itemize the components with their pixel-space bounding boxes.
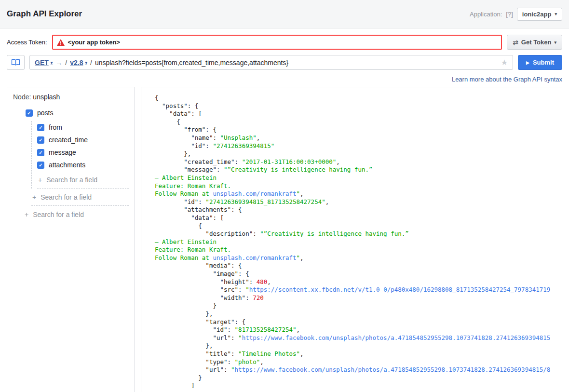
tree-item-label: created_time [49, 136, 88, 144]
submit-label: Submit [533, 59, 554, 66]
response-panel[interactable]: { "posts": { "data": [ { "from": { "name… [141, 87, 562, 392]
tree-children: ✓ from ✓ created_time ✓ message ✓ attach… [31, 121, 129, 189]
code-line: }, [155, 150, 562, 158]
tree-item-from[interactable]: ✓ from [37, 121, 129, 134]
code-line: }, [155, 342, 562, 350]
code-line: "width": 720 [155, 294, 562, 302]
search-field-placeholder: Search for a field [46, 176, 97, 184]
plus-icon: + [32, 193, 36, 201]
arrow-icon: → [55, 59, 62, 67]
book-icon [11, 59, 20, 66]
tree-item-label: posts [37, 109, 53, 117]
code-line: "type": "photo", [155, 358, 562, 366]
checkbox-created-time[interactable]: ✓ [37, 136, 44, 144]
checkbox-posts[interactable]: ✓ [26, 109, 33, 117]
code-line: Feature: Roman Kraft. [155, 182, 562, 190]
help-icon[interactable]: [?] [506, 11, 513, 18]
request-path[interactable]: unsplash?fields=posts{from,created_time,… [95, 59, 498, 67]
node-name: unsplash [33, 93, 60, 101]
request-bar: GET ▾ → / v2.8 ▾ / unsplash?fields=posts… [0, 55, 569, 70]
code-line: "data": [ [155, 214, 562, 222]
code-line: Follow Roman at unsplash.com/romankraft"… [155, 254, 562, 262]
code-line: Feature: Roman Kraft. [155, 246, 562, 254]
code-line: "image": { [155, 270, 562, 278]
chevron-down-icon: ▾ [555, 12, 557, 16]
code-line: "posts": { [155, 102, 562, 110]
node-row: Node:unsplash [13, 93, 129, 101]
play-icon: ▶ [526, 60, 529, 65]
code-line: "id": "274126369394815" [155, 142, 562, 150]
code-line: { [155, 118, 562, 126]
json-url-link[interactable]: https://www.facebook.com/unsplash/photos… [235, 366, 551, 373]
search-field-input-mid[interactable]: +Search for a field [31, 189, 129, 206]
code-line: "data": [ [155, 110, 562, 118]
tree-item-label: message [49, 149, 76, 156]
graph-api-explorer-page: Graph API Explorer Application: [?] ioni… [0, 0, 569, 392]
checkbox-message[interactable]: ✓ [37, 149, 44, 156]
app-selector-button[interactable]: ionic2app ▾ [517, 8, 562, 21]
code-line: "target": { [155, 318, 562, 326]
json-url-link[interactable]: https://www.facebook.com/unsplash/photos… [242, 334, 551, 341]
chevron-down-icon: ▾ [554, 40, 556, 45]
search-field-input-root[interactable]: +Search for a field [24, 206, 129, 223]
code-line: Follow Roman at unsplash.com/romankraft"… [155, 190, 562, 198]
code-line: "message": "“Creativity is intelligence … [155, 166, 562, 174]
checkbox-from[interactable]: ✓ [37, 124, 44, 131]
code-line: "height": 480, [155, 278, 562, 286]
response-json: { "posts": { "data": [ { "from": { "name… [155, 94, 562, 390]
warning-icon [57, 39, 65, 46]
search-field-placeholder: Search for a field [33, 211, 84, 218]
plus-icon: + [38, 176, 42, 184]
path-separator: / [65, 59, 67, 67]
code-line: "url": "https://www.facebook.com/unsplas… [155, 366, 562, 374]
method-label: GET [35, 59, 49, 67]
code-line: { [155, 94, 562, 102]
favorite-star-icon[interactable]: ★ [501, 58, 508, 67]
checkbox-attachments[interactable]: ✓ [37, 162, 44, 169]
version-dropdown[interactable]: v2.8 ▾ [70, 59, 87, 67]
submit-button[interactable]: ▶ Submit [518, 55, 562, 70]
code-line: "id": "274126369394815_817135258427254", [155, 198, 562, 206]
search-field-input-inner[interactable]: +Search for a field [37, 171, 129, 189]
chevron-down-icon: ▾ [51, 60, 53, 65]
header-right: Application: [?] ionic2app ▾ [470, 8, 562, 21]
code-line: "attachments": { [155, 206, 562, 214]
syntax-help-link[interactable]: Learn more about the Graph API syntax [452, 76, 562, 83]
code-line: "media": { [155, 262, 562, 270]
docs-button[interactable] [7, 55, 25, 70]
code-line: "id": "817135258427254", [155, 326, 562, 334]
swap-arrows-icon: ⇄ [513, 39, 518, 46]
code-line: } [155, 374, 562, 382]
json-url-link[interactable]: unsplash.com/romankraft [213, 254, 296, 261]
access-token-label: Access Token: [7, 39, 47, 46]
get-token-button[interactable]: ⇄ Get Token ▾ [507, 35, 562, 50]
path-separator: / [90, 59, 92, 67]
code-line: "from": { [155, 126, 562, 134]
code-line: — Albert Einstein [155, 174, 562, 182]
method-dropdown[interactable]: GET ▾ [35, 59, 53, 67]
header: Graph API Explorer Application: [?] ioni… [0, 0, 569, 28]
get-token-label: Get Token [521, 39, 552, 46]
chevron-down-icon: ▾ [85, 60, 87, 65]
code-line: "name": "Unsplash", [155, 134, 562, 142]
code-line: "url": "https://www.facebook.com/unsplas… [155, 334, 562, 342]
code-line: "title": "Timeline Photos", [155, 350, 562, 358]
app-selector-label: ionic2app [522, 11, 552, 18]
plus-icon: + [25, 211, 28, 218]
json-url-link[interactable]: unsplash.com/romankraft [213, 190, 296, 197]
field-explorer-panel: Node:unsplash ✓ posts ✓ from ✓ created_t… [7, 87, 135, 392]
tree-item-label: attachments [49, 161, 85, 169]
tree-item-attachments[interactable]: ✓ attachments [37, 159, 129, 171]
code-line: "src": "https://scontent.xx.fbcdn.net/v/… [155, 286, 562, 294]
request-input[interactable]: GET ▾ → / v2.8 ▾ / unsplash?fields=posts… [29, 55, 513, 70]
json-url-link[interactable]: https://scontent.xx.fbcdn.net/v/t1.0-0/p… [249, 286, 551, 293]
code-line: { [155, 222, 562, 230]
access-token-value: <your app token> [68, 39, 120, 46]
application-label: Application: [470, 11, 502, 18]
link-row: Learn more about the Graph API syntax [0, 70, 569, 87]
tree-item-posts[interactable]: ✓ posts [26, 107, 129, 119]
code-line: } [155, 302, 562, 310]
tree-item-message[interactable]: ✓ message [37, 146, 129, 159]
tree-item-created-time[interactable]: ✓ created_time [37, 134, 129, 146]
access-token-input[interactable]: <your app token> [52, 35, 502, 50]
